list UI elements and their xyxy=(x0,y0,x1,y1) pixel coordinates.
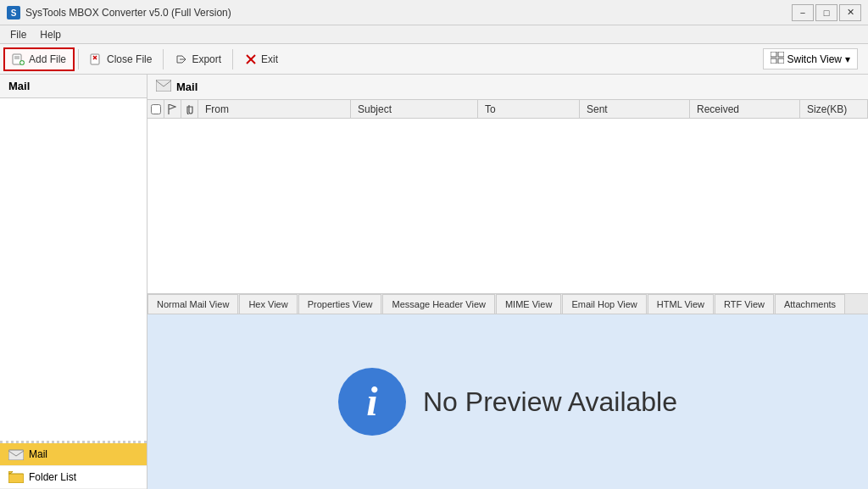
mail-folder-icon xyxy=(8,448,24,460)
svg-rect-17 xyxy=(771,58,776,64)
toolbar-left: Add File Close File xyxy=(3,47,286,71)
switch-view-button[interactable]: Switch View ▾ xyxy=(763,48,858,69)
info-icon: i xyxy=(338,368,406,436)
tab-normal-mail-view[interactable]: Normal Mail View xyxy=(147,294,238,314)
svg-rect-20 xyxy=(8,474,24,483)
add-file-button[interactable]: Add File xyxy=(3,47,75,71)
menu-bar: File Help xyxy=(0,25,868,44)
preview-area: i No Preview Available xyxy=(147,314,868,489)
switch-view-area[interactable]: Switch View ▾ xyxy=(763,48,865,69)
col-header-attach xyxy=(181,100,198,118)
col-header-flag xyxy=(164,100,181,118)
main-content: Mail Mail Folder xyxy=(0,75,868,489)
tab-rtf-view[interactable]: RTF View xyxy=(715,294,774,314)
col-header-to[interactable]: To xyxy=(478,100,580,118)
mail-panel-title: Mail xyxy=(176,81,198,93)
svg-rect-18 xyxy=(778,58,784,64)
toolbar-separator-1 xyxy=(78,49,79,69)
col-header-from[interactable]: From xyxy=(198,100,351,118)
mail-panel-icon xyxy=(156,80,171,94)
title-bar-controls: − □ ✕ xyxy=(792,4,861,21)
add-file-label: Add File xyxy=(29,53,66,65)
sidebar-folder-list-label: Folder List xyxy=(29,471,76,483)
close-file-label: Close File xyxy=(107,53,152,65)
sidebar-tree xyxy=(0,98,147,441)
tab-email-hop-view[interactable]: Email Hop View xyxy=(562,294,646,314)
sidebar-header: Mail xyxy=(0,75,147,98)
title-bar: S SysTools MBOX Converter v5.0 (Full Ver… xyxy=(0,0,868,25)
tab-bar: Normal Mail View Hex View Properties Vie… xyxy=(147,293,868,314)
close-button[interactable]: ✕ xyxy=(839,4,861,21)
tab-html-view[interactable]: HTML View xyxy=(648,294,714,314)
tab-mime-view[interactable]: MIME View xyxy=(496,294,561,314)
export-label: Export xyxy=(192,53,221,65)
sidebar-item-mail[interactable]: Mail xyxy=(0,443,147,466)
mail-list-header: From Subject To Sent Received Size(KB) xyxy=(147,100,868,119)
select-all-checkbox[interactable] xyxy=(151,104,161,114)
exit-icon xyxy=(244,53,258,66)
switch-view-chevron: ▾ xyxy=(845,53,850,65)
svg-rect-15 xyxy=(771,52,776,57)
svg-rect-16 xyxy=(778,52,784,57)
col-header-sent[interactable]: Sent xyxy=(580,100,690,118)
mail-list-body xyxy=(147,119,868,293)
sidebar-bottom: Mail Folder List xyxy=(0,441,147,489)
switch-view-icon xyxy=(771,52,784,66)
right-content: Mail From Subject To Sent Received Size(… xyxy=(147,75,868,489)
col-header-subject[interactable]: Subject xyxy=(351,100,478,118)
sidebar-item-folder-list[interactable]: Folder List xyxy=(0,466,147,489)
export-icon xyxy=(175,53,188,66)
exit-label: Exit xyxy=(261,53,278,65)
sidebar: Mail Mail Folder xyxy=(0,75,147,489)
close-file-icon xyxy=(90,53,103,66)
add-file-icon xyxy=(12,53,25,66)
folder-list-icon xyxy=(8,471,24,483)
col-header-size[interactable]: Size(KB) xyxy=(800,100,868,118)
sidebar-mail-label: Mail xyxy=(29,448,47,460)
tab-message-header-view[interactable]: Message Header View xyxy=(382,294,494,314)
no-preview-text: No Preview Available xyxy=(423,386,677,418)
title-bar-left: S SysTools MBOX Converter v5.0 (Full Ver… xyxy=(7,6,231,19)
menu-help[interactable]: Help xyxy=(33,27,68,42)
svg-rect-8 xyxy=(91,54,99,64)
export-button[interactable]: Export xyxy=(167,47,229,71)
minimize-button[interactable]: − xyxy=(792,4,814,21)
toolbar-separator-3 xyxy=(232,49,233,69)
tab-attachments[interactable]: Attachments xyxy=(775,294,845,314)
sidebar-header-label: Mail xyxy=(8,80,30,92)
toolbar: Add File Close File xyxy=(0,44,868,75)
col-header-check[interactable] xyxy=(147,100,164,118)
tab-properties-view[interactable]: Properties View xyxy=(298,294,382,314)
svg-rect-21 xyxy=(156,80,171,92)
app-icon: S xyxy=(7,6,20,19)
svg-text:S: S xyxy=(11,8,17,18)
tab-hex-view[interactable]: Hex View xyxy=(239,294,297,314)
switch-view-label: Switch View xyxy=(787,53,842,65)
mail-panel-header: Mail xyxy=(147,75,868,100)
menu-file[interactable]: File xyxy=(3,27,33,42)
col-header-received[interactable]: Received xyxy=(690,100,800,118)
toolbar-separator-2 xyxy=(163,49,164,69)
app-title: SysTools MBOX Converter v5.0 (Full Versi… xyxy=(25,7,231,19)
maximize-button[interactable]: □ xyxy=(815,4,837,21)
svg-rect-19 xyxy=(8,450,24,460)
exit-button[interactable]: Exit xyxy=(236,47,286,71)
close-file-button[interactable]: Close File xyxy=(82,47,159,71)
